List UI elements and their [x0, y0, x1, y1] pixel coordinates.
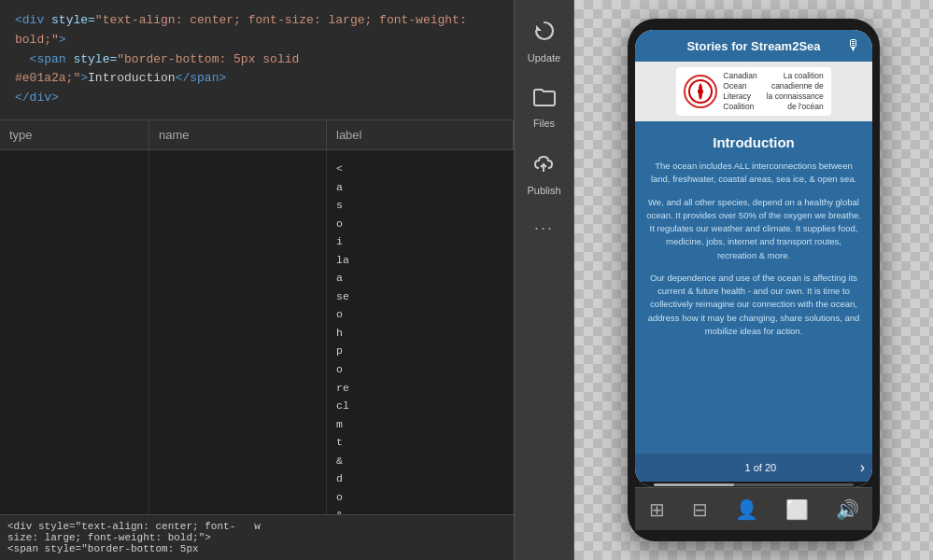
phone-main-content: Introduction The ocean includes ALL inte… [635, 121, 872, 454]
intro-paragraph-1: The ocean includes ALL interconnections … [646, 160, 861, 187]
publish-label: Publish [527, 185, 560, 196]
page-indicator: 1 of 20 [661, 462, 860, 473]
table-body: < a s o i la a se o h p o re cl m t & [0, 150, 514, 514]
bottom-bar-icon-grid[interactable]: ⊞ [649, 498, 665, 521]
code-line-1: <div style="text-align: center; font-siz… [15, 11, 499, 50]
bottom-bar-icon-audio[interactable]: 🔊 [836, 498, 859, 521]
phone-preview-panel: Stories for Stream2Sea 🎙 [574, 0, 933, 560]
organization-logo [684, 75, 717, 108]
bottom-bar-icon-card[interactable]: ⬜ [785, 498, 809, 521]
phone-app-title: Stories for Stream2Sea [661, 39, 846, 53]
update-label: Update [528, 52, 560, 63]
code-overflow-line: la [336, 251, 504, 270]
code-line-3: </div> [15, 89, 499, 108]
logo-container: Canadian Ocean Literacy Coalition La coa… [676, 67, 830, 116]
logo-text-block: Canadian Ocean Literacy Coalition La coa… [723, 71, 823, 112]
name-col-empty [149, 150, 327, 514]
code-overflow-line: p [336, 342, 504, 360]
code-overflow-line: se [336, 287, 504, 306]
code-overflow-line: o [336, 488, 504, 507]
code-overflow-line: s [336, 196, 504, 215]
bottom-code-area: <div style="text-align: center; font- si… [0, 514, 514, 560]
code-overflow-line: t [336, 433, 504, 452]
logo-text-fr: La coalition canadienne de la connaissan… [767, 71, 824, 112]
code-overflow-line: a [336, 178, 504, 197]
code-overflow-line: i [336, 232, 504, 251]
code-overflow-line: re [336, 379, 504, 398]
bottom-snippet-left: <div style="text-align: center; font- si… [7, 521, 235, 554]
microphone-icon[interactable]: 🎙 [846, 37, 861, 54]
sidebar-item-publish[interactable]: Publish [515, 142, 573, 205]
bottom-bar-icon-user[interactable]: 👤 [735, 498, 758, 521]
phone-frame: Stories for Stream2Sea 🎙 [628, 19, 880, 541]
code-overflow-line: & [336, 452, 504, 470]
overflow-code-block: < a s o i la a se o h p o re cl m t & [329, 154, 512, 514]
col-header-label: label [327, 120, 514, 149]
table-header: type name label [0, 120, 514, 150]
scroll-thumb [654, 483, 734, 486]
type-col-empty [0, 150, 149, 514]
intro-title: Introduction [646, 134, 861, 150]
bottom-bar-icon-list[interactable]: ⊟ [692, 498, 708, 521]
code-overflow-line: & [336, 506, 504, 514]
sidebar-more-dots[interactable]: ··· [534, 218, 554, 238]
intro-paragraph-3: Our dependence and use of the ocean is a… [646, 272, 861, 338]
update-icon [532, 19, 557, 49]
next-page-arrow[interactable]: › [860, 459, 865, 476]
code-overflow-line: o [336, 360, 504, 379]
code-line-2: <span style="border-bottom: 5px solid #e… [15, 50, 499, 90]
code-overflow-line: o [336, 305, 504, 324]
code-editor-panel: <div style="text-align: center; font-siz… [0, 0, 514, 560]
table-content-row: < a s o i la a se o h p o re cl m t & [0, 150, 514, 514]
svg-marker-0 [536, 25, 542, 31]
files-label: Files [533, 118, 555, 129]
code-overflow-line: m [336, 415, 504, 434]
code-overflow-line: a [336, 269, 504, 287]
phone-nav-bar: 1 of 20 › [635, 454, 872, 482]
files-icon [532, 86, 557, 114]
code-overflow-line: h [336, 324, 504, 343]
label-col-code: < a s o i la a se o h p o re cl m t & [327, 150, 514, 514]
scroll-track [654, 483, 854, 486]
code-overflow-line: cl [336, 397, 504, 415]
col-header-name: name [149, 120, 327, 149]
phone-logo-bar: Canadian Ocean Literacy Coalition La coa… [635, 62, 872, 121]
bottom-snippet-right: w [254, 521, 261, 554]
phone-screen: Stories for Stream2Sea 🎙 [635, 30, 872, 487]
logo-text-en: Canadian Ocean Literacy Coalition [723, 71, 756, 112]
code-overflow-line: o [336, 215, 504, 233]
code-overflow-line: < [336, 160, 504, 178]
svg-point-3 [698, 89, 703, 94]
publish-icon [531, 151, 558, 181]
code-overflow-line: d [336, 469, 504, 488]
app-bottom-bar: ⊞ ⊟ 👤 ⬜ 🔊 [635, 487, 872, 530]
intro-paragraph-2: We, and all other species, depend on a h… [646, 196, 861, 262]
code-editor-top: <div style="text-align: center; font-siz… [0, 0, 514, 120]
sidebar: Update Files Publish ··· [514, 0, 574, 560]
phone-top-bar: Stories for Stream2Sea 🎙 [635, 30, 872, 62]
sidebar-item-files[interactable]: Files [515, 77, 573, 138]
col-header-type: type [0, 120, 149, 149]
sidebar-item-update[interactable]: Update [515, 9, 573, 73]
